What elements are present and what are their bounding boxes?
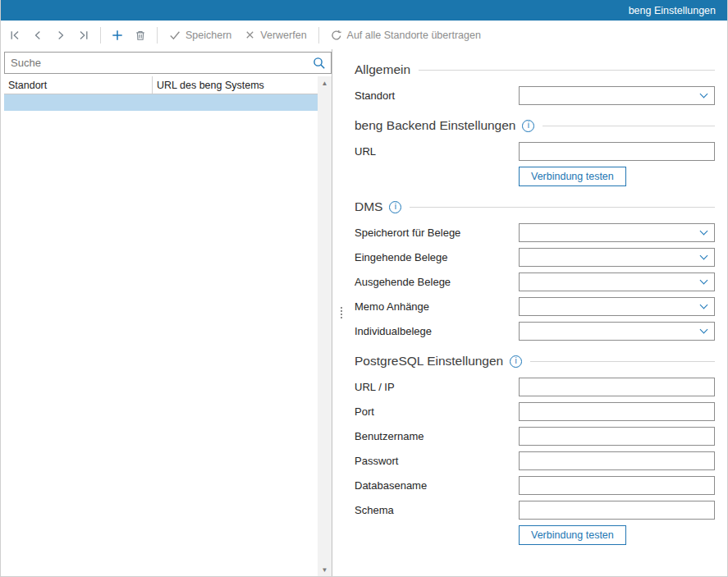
field-label: Speicherort für Belege — [355, 227, 519, 239]
benutzername-input[interactable] — [519, 427, 715, 446]
discard-button[interactable]: Verwerfen — [239, 25, 312, 46]
vertical-scrollbar[interactable]: ▲ ▼ — [318, 76, 332, 576]
eingehende-belege-dropdown[interactable] — [519, 248, 715, 267]
field-row-individualbelege: Individualbelege — [355, 322, 715, 341]
port-input[interactable] — [519, 402, 715, 421]
toolbar: Speichern Verwerfen Auf alle Standorte ü… — [1, 21, 727, 49]
field-row-benutzername: Benutzername — [355, 427, 715, 446]
nav-next-icon — [55, 30, 66, 41]
nav-previous-button[interactable] — [27, 25, 48, 46]
section-postgresql: PostgreSQL Einstellungen i URL / IP Port… — [355, 354, 715, 545]
url-input[interactable] — [519, 142, 715, 161]
section-rule — [530, 361, 715, 362]
field-label: Ausgehende Belege — [355, 276, 519, 288]
scroll-down-icon[interactable]: ▼ — [318, 563, 332, 576]
section-beng-backend-header: beng Backend Einstellungen i — [355, 118, 715, 133]
chevron-down-icon — [700, 252, 708, 260]
scroll-up-icon[interactable]: ▲ — [318, 76, 332, 89]
section-dms: DMS i Speicherort für Belege Eingehende … — [355, 199, 715, 341]
save-button[interactable]: Speichern — [163, 25, 237, 46]
ausgehende-belege-dropdown[interactable] — [519, 272, 715, 291]
section-title: PostgreSQL Einstellungen — [355, 354, 503, 369]
field-row-eingehende-belege: Eingehende Belege — [355, 248, 715, 267]
field-row-url: URL — [355, 142, 715, 161]
section-rule — [419, 70, 715, 71]
info-icon[interactable]: i — [389, 201, 401, 213]
table-row[interactable] — [4, 94, 318, 111]
search-input[interactable] — [7, 53, 313, 73]
search-icon[interactable] — [313, 57, 326, 70]
chevron-down-icon — [700, 301, 708, 309]
field-label: Schema — [355, 504, 519, 516]
delete-record-button[interactable] — [130, 25, 151, 46]
refresh-icon — [331, 30, 342, 41]
chevron-down-icon — [700, 227, 708, 236]
field-label-standort: Standort — [355, 89, 519, 102]
info-icon[interactable]: i — [522, 120, 534, 132]
chevron-down-icon — [700, 277, 708, 285]
memo-anhaenge-dropdown[interactable] — [519, 297, 715, 316]
section-title: DMS — [355, 199, 382, 214]
info-icon[interactable]: i — [510, 355, 522, 368]
section-title: Allgemein — [355, 62, 410, 77]
schema-input[interactable] — [519, 501, 715, 520]
column-header-standort[interactable]: Standort — [4, 76, 153, 94]
section-allgemein-header: Allgemein — [355, 62, 715, 77]
field-row-standort: Standort — [355, 86, 715, 105]
section-rule — [543, 126, 715, 126]
save-button-label: Speichern — [185, 30, 231, 41]
panel-splitter[interactable] — [332, 49, 350, 576]
trash-icon — [135, 30, 146, 41]
chevron-down-icon — [700, 90, 708, 98]
records-table: Standort URL des beng Systems ▲ ▼ — [4, 76, 332, 576]
toolbar-separator — [157, 27, 158, 44]
nav-first-button[interactable] — [4, 25, 25, 46]
column-header-url-des-beng-systems[interactable]: URL des beng Systems — [153, 76, 318, 94]
passwort-input[interactable] — [519, 451, 715, 470]
record-list-panel: Standort URL des beng Systems ▲ ▼ — [1, 49, 332, 576]
postgres-test-button-row: Verbindung testen — [519, 525, 715, 545]
postgres-test-connection-button[interactable]: Verbindung testen — [519, 525, 626, 545]
backend-test-button-row: Verbindung testen — [519, 167, 715, 186]
page-title: beng Einstellungen — [629, 5, 716, 16]
url-ip-input[interactable] — [519, 378, 715, 396]
speicherort-fuer-belege-dropdown[interactable] — [519, 223, 715, 242]
toolbar-separator — [318, 27, 319, 44]
field-label: URL / IP — [355, 381, 519, 393]
apply-to-all-sites-label: Auf alle Standorte übertragen — [347, 30, 481, 41]
standort-dropdown[interactable] — [519, 86, 715, 105]
individualbelege-dropdown[interactable] — [519, 322, 715, 341]
field-row-memo-anhaenge: Memo Anhänge — [355, 297, 715, 316]
field-row-speicherort-fuer-belege: Speicherort für Belege — [355, 223, 715, 242]
nav-last-icon — [78, 30, 89, 41]
plus-icon — [112, 30, 123, 41]
field-label: Memo Anhänge — [355, 300, 519, 313]
section-dms-header: DMS i — [355, 199, 715, 214]
field-row-schema: Schema — [355, 501, 715, 520]
close-icon — [245, 30, 255, 40]
title-bar: beng Einstellungen — [1, 0, 727, 21]
field-label: Eingehende Belege — [355, 251, 519, 263]
backend-test-connection-button[interactable]: Verbindung testen — [519, 167, 626, 186]
check-icon — [169, 30, 181, 41]
main-area: Standort URL des beng Systems ▲ ▼ — [1, 49, 727, 576]
settings-form-panel: Allgemein Standort beng Backend Einstell… — [350, 49, 727, 576]
nav-first-icon — [9, 30, 21, 41]
add-record-button[interactable] — [107, 25, 128, 46]
field-row-passwort: Passwort — [355, 451, 715, 470]
field-row-databasename: Databasename — [355, 476, 715, 495]
field-label-url: URL — [355, 145, 519, 158]
databasename-input[interactable] — [519, 476, 715, 495]
field-label: Passwort — [355, 455, 519, 467]
field-label: Individualbelege — [355, 325, 519, 337]
field-label: Port — [355, 405, 519, 418]
nav-next-button[interactable] — [50, 25, 71, 46]
discard-button-label: Verwerfen — [260, 30, 306, 41]
section-beng-backend: beng Backend Einstellungen i URL Verbind… — [355, 118, 715, 186]
table-header: Standort URL des beng Systems — [4, 76, 318, 94]
nav-last-button[interactable] — [73, 25, 94, 46]
scrollbar-track[interactable] — [318, 89, 332, 563]
field-label: Databasename — [355, 479, 519, 492]
apply-to-all-sites-button[interactable]: Auf alle Standorte übertragen — [325, 25, 487, 46]
search-box — [4, 52, 332, 74]
